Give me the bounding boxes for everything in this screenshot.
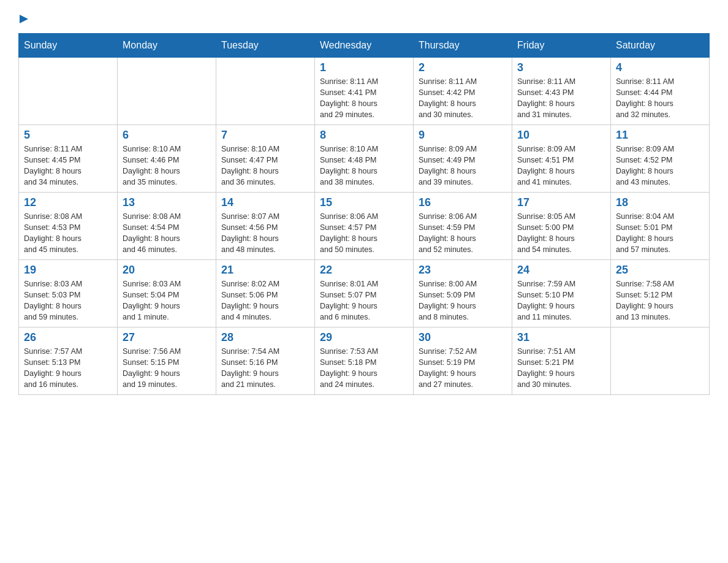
calendar-cell: 21Sunrise: 8:02 AM Sunset: 5:06 PM Dayli… [216,259,315,327]
day-number: 9 [419,129,507,142]
calendar-cell: 4Sunrise: 8:11 AM Sunset: 4:44 PM Daylig… [611,57,710,124]
day-info: Sunrise: 8:07 AM Sunset: 4:56 PM Dayligh… [221,211,309,256]
day-info: Sunrise: 8:11 AM Sunset: 4:42 PM Dayligh… [419,76,507,121]
day-info: Sunrise: 8:10 AM Sunset: 4:47 PM Dayligh… [221,144,309,188]
day-number: 25 [616,264,704,277]
day-of-week-sunday: Sunday [19,33,118,57]
calendar-cell: 31Sunrise: 7:51 AM Sunset: 5:21 PM Dayli… [512,327,611,394]
svg-marker-0 [20,15,28,23]
calendar-cell: 28Sunrise: 7:54 AM Sunset: 5:16 PM Dayli… [216,327,315,394]
day-info: Sunrise: 8:09 AM Sunset: 4:52 PM Dayligh… [616,144,704,188]
calendar-cell [118,57,216,124]
calendar-body: 1Sunrise: 8:11 AM Sunset: 4:41 PM Daylig… [19,57,710,394]
calendar-cell: 18Sunrise: 8:04 AM Sunset: 5:01 PM Dayli… [611,192,710,259]
logo [18,12,31,27]
calendar-cell: 1Sunrise: 8:11 AM Sunset: 4:41 PM Daylig… [315,57,414,124]
day-number: 11 [616,129,704,142]
day-of-week-friday: Friday [512,33,611,57]
day-info: Sunrise: 7:53 AM Sunset: 5:18 PM Dayligh… [320,346,408,391]
day-info: Sunrise: 8:11 AM Sunset: 4:45 PM Dayligh… [24,144,112,188]
calendar-cell: 30Sunrise: 7:52 AM Sunset: 5:19 PM Dayli… [414,327,512,394]
calendar-cell: 29Sunrise: 7:53 AM Sunset: 5:18 PM Dayli… [315,327,414,394]
calendar-cell: 6Sunrise: 8:10 AM Sunset: 4:46 PM Daylig… [118,124,216,192]
day-number: 2 [419,61,507,74]
calendar-cell: 16Sunrise: 8:06 AM Sunset: 4:59 PM Dayli… [414,192,512,259]
day-info: Sunrise: 7:56 AM Sunset: 5:15 PM Dayligh… [123,346,211,391]
calendar-header-row: SundayMondayTuesdayWednesdayThursdayFrid… [19,33,710,57]
day-number: 12 [24,196,112,209]
day-info: Sunrise: 8:03 AM Sunset: 5:03 PM Dayligh… [24,278,112,323]
calendar-cell: 19Sunrise: 8:03 AM Sunset: 5:03 PM Dayli… [19,259,118,327]
calendar-cell: 25Sunrise: 7:58 AM Sunset: 5:12 PM Dayli… [611,259,710,327]
day-number: 21 [221,264,309,277]
calendar-week-row: 26Sunrise: 7:57 AM Sunset: 5:13 PM Dayli… [19,327,710,394]
calendar-cell: 12Sunrise: 8:08 AM Sunset: 4:53 PM Dayli… [19,192,118,259]
day-number: 10 [517,129,605,142]
day-number: 1 [320,61,408,74]
day-info: Sunrise: 8:11 AM Sunset: 4:41 PM Dayligh… [320,76,408,121]
day-info: Sunrise: 8:08 AM Sunset: 4:53 PM Dayligh… [24,211,112,256]
day-info: Sunrise: 7:51 AM Sunset: 5:21 PM Dayligh… [517,346,605,391]
day-number: 23 [419,264,507,277]
calendar-header: SundayMondayTuesdayWednesdayThursdayFrid… [19,33,710,57]
calendar-cell: 2Sunrise: 8:11 AM Sunset: 4:42 PM Daylig… [414,57,512,124]
day-of-week-thursday: Thursday [414,33,512,57]
calendar-cell: 13Sunrise: 8:08 AM Sunset: 4:54 PM Dayli… [118,192,216,259]
day-number: 7 [221,129,309,142]
calendar-cell: 17Sunrise: 8:05 AM Sunset: 5:00 PM Dayli… [512,192,611,259]
day-info: Sunrise: 8:06 AM Sunset: 4:57 PM Dayligh… [320,211,408,256]
day-of-week-tuesday: Tuesday [216,33,315,57]
calendar-cell: 7Sunrise: 8:10 AM Sunset: 4:47 PM Daylig… [216,124,315,192]
day-of-week-monday: Monday [118,33,216,57]
day-number: 6 [123,129,211,142]
day-number: 26 [24,331,112,344]
day-number: 29 [320,331,408,344]
day-info: Sunrise: 7:58 AM Sunset: 5:12 PM Dayligh… [616,278,704,323]
day-info: Sunrise: 8:11 AM Sunset: 4:44 PM Dayligh… [616,76,704,121]
calendar-cell: 8Sunrise: 8:10 AM Sunset: 4:48 PM Daylig… [315,124,414,192]
day-number: 30 [419,331,507,344]
calendar-week-row: 1Sunrise: 8:11 AM Sunset: 4:41 PM Daylig… [19,57,710,124]
calendar-cell: 27Sunrise: 7:56 AM Sunset: 5:15 PM Dayli… [118,327,216,394]
calendar-cell: 23Sunrise: 8:00 AM Sunset: 5:09 PM Dayli… [414,259,512,327]
calendar-table: SundayMondayTuesdayWednesdayThursdayFrid… [18,33,710,395]
day-info: Sunrise: 8:02 AM Sunset: 5:06 PM Dayligh… [221,278,309,323]
calendar-week-row: 5Sunrise: 8:11 AM Sunset: 4:45 PM Daylig… [19,124,710,192]
calendar-cell: 22Sunrise: 8:01 AM Sunset: 5:07 PM Dayli… [315,259,414,327]
day-number: 28 [221,331,309,344]
day-number: 17 [517,196,605,209]
calendar-cell: 26Sunrise: 7:57 AM Sunset: 5:13 PM Dayli… [19,327,118,394]
day-number: 31 [517,331,605,344]
day-info: Sunrise: 8:10 AM Sunset: 4:48 PM Dayligh… [320,144,408,188]
calendar-cell [216,57,315,124]
calendar-cell [19,57,118,124]
day-number: 15 [320,196,408,209]
calendar-cell: 5Sunrise: 8:11 AM Sunset: 4:45 PM Daylig… [19,124,118,192]
day-number: 22 [320,264,408,277]
day-number: 3 [517,61,605,74]
calendar-cell: 14Sunrise: 8:07 AM Sunset: 4:56 PM Dayli… [216,192,315,259]
day-info: Sunrise: 8:01 AM Sunset: 5:07 PM Dayligh… [320,278,408,323]
day-of-week-wednesday: Wednesday [315,33,414,57]
day-number: 5 [24,129,112,142]
day-number: 20 [123,264,211,277]
day-number: 8 [320,129,408,142]
day-info: Sunrise: 8:06 AM Sunset: 4:59 PM Dayligh… [419,211,507,256]
calendar-week-row: 12Sunrise: 8:08 AM Sunset: 4:53 PM Dayli… [19,192,710,259]
calendar-cell: 10Sunrise: 8:09 AM Sunset: 4:51 PM Dayli… [512,124,611,192]
day-info: Sunrise: 8:00 AM Sunset: 5:09 PM Dayligh… [419,278,507,323]
day-number: 18 [616,196,704,209]
day-of-week-saturday: Saturday [611,33,710,57]
day-number: 27 [123,331,211,344]
day-number: 14 [221,196,309,209]
day-info: Sunrise: 7:57 AM Sunset: 5:13 PM Dayligh… [24,346,112,391]
day-info: Sunrise: 7:52 AM Sunset: 5:19 PM Dayligh… [419,346,507,391]
day-info: Sunrise: 8:11 AM Sunset: 4:43 PM Dayligh… [517,76,605,121]
day-info: Sunrise: 8:10 AM Sunset: 4:46 PM Dayligh… [123,144,211,188]
page-header [18,12,710,27]
day-info: Sunrise: 7:54 AM Sunset: 5:16 PM Dayligh… [221,346,309,391]
day-number: 24 [517,264,605,277]
calendar-cell: 9Sunrise: 8:09 AM Sunset: 4:49 PM Daylig… [414,124,512,192]
day-info: Sunrise: 8:04 AM Sunset: 5:01 PM Dayligh… [616,211,704,256]
day-info: Sunrise: 8:05 AM Sunset: 5:00 PM Dayligh… [517,211,605,256]
